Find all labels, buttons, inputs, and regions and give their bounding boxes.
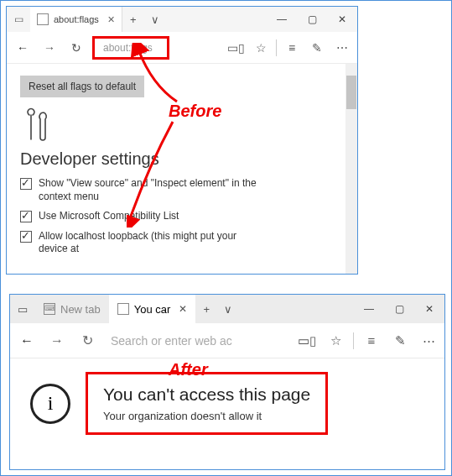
hub-icon[interactable]: ≡ xyxy=(361,333,382,348)
option-label: Allow localhost loopback (this might put… xyxy=(39,230,257,256)
tab-dropdown-icon[interactable]: ∨ xyxy=(217,303,239,316)
tab-favicon-icon xyxy=(117,303,129,315)
minimize-button[interactable]: — xyxy=(267,13,297,25)
nav-toolbar: ← → ↻ about:flags ▭▯ ☆ ≡ ✎ ⋯ xyxy=(7,32,357,64)
close-window-button[interactable]: ✕ xyxy=(327,13,357,25)
tab-label: about:flags xyxy=(54,14,99,24)
nav-toolbar: ← → ↻ Search or enter web ac ▭▯ ☆ ≡ ✎ ⋯ xyxy=(10,323,444,358)
message-highlight-box: You can't access this page Your organiza… xyxy=(86,372,328,435)
option-row: Show "View source" and "Inspect element"… xyxy=(20,177,344,203)
refresh-button[interactable]: ↻ xyxy=(75,332,99,348)
checkbox-checked-icon[interactable] xyxy=(20,231,32,243)
tab-dropdown-icon[interactable]: ∨ xyxy=(144,13,166,26)
tab-label: You car xyxy=(134,303,171,316)
favorites-star-icon[interactable]: ☆ xyxy=(251,41,271,55)
address-bar[interactable]: about:flags xyxy=(92,36,169,60)
minimize-button[interactable]: — xyxy=(354,303,384,315)
title-bar: ▭ about:flags ✕ + ∨ — ▢ ✕ xyxy=(7,7,357,32)
tab-favicon-icon xyxy=(37,13,49,25)
option-row: Use Microsoft Compatibility List xyxy=(20,210,344,223)
new-tab-button[interactable]: + xyxy=(122,13,144,26)
window-controls: — ▢ ✕ xyxy=(267,13,357,25)
checkbox-checked-icon[interactable] xyxy=(20,178,32,190)
back-button[interactable]: ← xyxy=(12,41,34,55)
new-tab-button[interactable]: + xyxy=(195,303,217,316)
toolbar-divider xyxy=(276,39,277,56)
maximize-button[interactable]: ▢ xyxy=(297,13,327,25)
scrollbar-thumb[interactable] xyxy=(346,76,356,109)
callout-before: Before xyxy=(169,102,221,121)
forward-button[interactable]: → xyxy=(45,333,69,348)
tab-newtab[interactable]: ⌨ New tab xyxy=(35,295,109,323)
more-icon[interactable]: ⋯ xyxy=(332,41,352,55)
tab-active[interactable]: You car ✕ xyxy=(109,295,196,323)
refresh-button[interactable]: ↻ xyxy=(65,41,87,55)
browser-window-after: ▭ ⌨ New tab You car ✕ + ∨ — ▢ ✕ ← → ↻ Se… xyxy=(9,294,445,470)
hub-icon[interactable]: ≡ xyxy=(282,41,302,55)
browser-window-before: ▭ about:flags ✕ + ∨ — ▢ ✕ ← → ↻ about:fl… xyxy=(6,6,358,275)
toolbar-divider xyxy=(353,332,354,349)
webnote-pen-icon[interactable]: ✎ xyxy=(307,41,327,55)
callout-after: After xyxy=(169,360,208,379)
option-row: Allow localhost loopback (this might put… xyxy=(20,230,344,256)
option-label: Show "View source" and "Inspect element"… xyxy=(39,177,257,203)
tab-strip: ▭ about:flags ✕ + ∨ xyxy=(7,7,267,32)
tab-close-icon[interactable]: ✕ xyxy=(179,303,187,315)
reading-view-icon[interactable]: ▭▯ xyxy=(226,41,246,55)
options-list: Show "View source" and "Inspect element"… xyxy=(20,177,344,256)
tab-label: New tab xyxy=(60,303,101,316)
back-button[interactable]: ← xyxy=(15,333,39,348)
developer-settings-heading: Developer settings xyxy=(20,149,344,169)
close-window-button[interactable]: ✕ xyxy=(414,303,444,315)
page-content: Reset all flags to default Developer set… xyxy=(7,64,357,274)
address-bar[interactable]: Search or enter web ac xyxy=(106,334,289,348)
title-bar: ▭ ⌨ New tab You car ✕ + ∨ — ▢ ✕ xyxy=(10,295,444,323)
forward-button[interactable]: → xyxy=(39,41,60,55)
tabs-overview-icon[interactable]: ▭ xyxy=(7,13,30,25)
tab-close-icon[interactable]: ✕ xyxy=(107,14,115,25)
reading-view-icon[interactable]: ▭▯ xyxy=(296,333,318,348)
maximize-button[interactable]: ▢ xyxy=(384,303,414,315)
reset-flags-button[interactable]: Reset all flags to default xyxy=(20,76,144,97)
more-icon[interactable]: ⋯ xyxy=(418,333,439,348)
option-label: Use Microsoft Compatibility List xyxy=(39,210,179,223)
tab-aboutflags[interactable]: about:flags ✕ xyxy=(30,7,122,32)
info-circle-icon: i xyxy=(30,384,70,424)
keyboard-icon: ⌨ xyxy=(44,303,55,315)
webnote-pen-icon[interactable]: ✎ xyxy=(389,333,411,348)
favorites-star-icon[interactable]: ☆ xyxy=(325,333,346,348)
page-content: i You can't access this page Your organi… xyxy=(10,358,444,443)
vertical-scrollbar[interactable] xyxy=(345,64,357,274)
error-subtitle: Your organization doesn't allow it xyxy=(103,410,310,422)
error-title: You can't access this page xyxy=(103,384,310,405)
tabs-overview-icon[interactable]: ▭ xyxy=(10,303,35,316)
checkbox-checked-icon[interactable] xyxy=(20,211,32,222)
